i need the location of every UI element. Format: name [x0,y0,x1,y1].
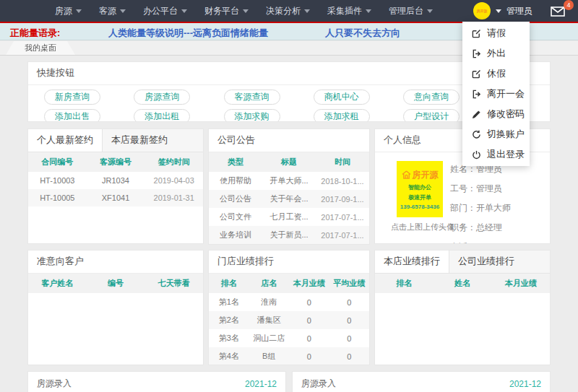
table-header-row: 合同编号 客源编号 签约时间 [28,152,203,172]
nav-menu-admin[interactable]: 管理后台 [389,5,433,17]
quote-label: 正能量语录: [10,27,60,40]
chevron-down-icon [304,9,310,13]
quick-button-add-buy-request[interactable]: 添加求购 [224,109,280,122]
top-navbar: 房源 客源 办公平台 财务平台 决策分析 采集插件 管理后台 房开源 管理员 4 [0,0,578,22]
edit-square-icon [472,69,481,79]
nav-menu-label: 采集插件 [327,5,362,17]
table-row: 第1名 淮南 0 0 [209,293,369,311]
shop-ranking-table: 排名 姓名 本月业绩 [375,274,550,293]
slogan-text-2: 极速开单 [408,193,431,201]
nav-menu-office[interactable]: 办公平台 [143,5,187,17]
chart-period-link[interactable]: 2021-12 [509,379,541,389]
slogan-text: 智能办公 [408,183,431,191]
signing-table: 合同编号 客源编号 签约时间 HT-10003 JR1034 2019-04-0… [28,152,203,206]
chart-title: 房源录入 [37,378,72,390]
nav-menu-analysis[interactable]: 决策分析 [266,5,310,17]
table-row: 第4名 B组 0 0 [209,347,369,365]
sign-out-icon [472,49,481,58]
sign-out-icon [472,90,481,99]
envelope-icon [551,6,565,17]
col-header: 本月业绩 [289,274,329,293]
nav-menu-label: 房源 [55,5,72,17]
signing-panel-tabs: 个人最新签约 本店最新签约 [28,129,203,152]
chevron-down-icon [181,9,187,13]
ranking-panel-tabs: 本店业绩排行 公司业绩排行 [375,251,550,274]
field-employee-id: 工号：管理员 [450,179,511,199]
col-header: 排名 [375,274,434,293]
chart-period-link[interactable]: 2021-12 [245,379,277,389]
nav-menu-clients[interactable]: 客源 [99,5,126,17]
mail-icon[interactable]: 4 [551,1,569,20]
announcement-table: 类型 标题 时间 使用帮助 开单大师... 2018-10-1... 公司公告 … [209,152,369,245]
panel-title: 准意向客户 [28,251,203,274]
avatar-brand-text: 房开源 [477,9,488,13]
navbar-right: 房开源 管理员 4 [473,0,569,22]
dropdown-item-vacation[interactable]: 休假 [462,64,530,84]
chevron-down-icon [366,9,371,13]
quote-text-2: 人只要不失去方向 [325,27,400,40]
table-row: 使用帮助 开单大师... 2018-10-1... [209,172,369,190]
nav-menu-housing[interactable]: 房源 [55,5,82,17]
tab-shop-ranking[interactable]: 本店业绩排行 [375,251,449,273]
tab-my-desktop[interactable]: 我的桌面 [6,41,75,55]
dropdown-item-logout[interactable]: 退出登录 [462,144,530,165]
col-header: 时间 [316,152,369,172]
chevron-down-icon [120,9,126,13]
profile-body: 房开源 智能办公 极速开单 139-6578-3436 点击上图上传头像 姓名：… [375,152,550,244]
quote-text-1: 人类能量等级说明---远离负面情绪能量 [108,27,268,40]
house-entry-chart-panel-right: 房源录入 2021-12 [292,371,551,392]
main-menu: 房源 客源 办公平台 财务平台 决策分析 采集插件 管理后台 [0,5,433,17]
nav-menu-plugins[interactable]: 采集插件 [327,5,371,17]
company-announcement-panel: 公司公告 类型 标题 时间 使用帮助 开单大师... 2018-10-1... … [208,129,370,245]
dropdown-item-go-out[interactable]: 外出 [462,43,530,64]
quick-button-client-query[interactable]: 客源查询 [224,90,280,105]
nav-menu-finance[interactable]: 财务平台 [204,5,249,17]
table-row: HT-10005 XF1041 2019-01-31 [28,189,203,206]
table-header-row: 排名 姓名 本月业绩 [375,274,550,293]
chevron-down-icon [496,9,501,13]
quick-button-add-sale[interactable]: 添加出售 [44,109,100,122]
col-header: 姓名 [434,274,492,293]
quick-button-add-rent[interactable]: 添加出租 [134,109,190,122]
pencil-icon [472,110,481,119]
dropdown-item-away-for-a-while[interactable]: 离开一会 [462,84,530,104]
upload-hint: 点击上图上传头像 [391,222,454,232]
tab-store-latest-signing[interactable]: 本店最新签约 [103,129,176,152]
house-entry-chart-panel-left: 房源录入 2021-12 [27,371,286,392]
prospective-clients-panel: 准意向客户 客户姓名 编号 七天带看 [27,250,204,365]
power-icon [472,150,481,160]
house-icon [402,170,411,179]
username[interactable]: 管理员 [506,5,532,17]
quick-button-intent-query[interactable]: 意向查询 [403,90,460,105]
avatar-upload-card[interactable]: 房开源 智能办公 极速开单 139-6578-3436 [397,161,443,217]
store-ranking-table: 排名 店名 本月业绩 平均业绩 第1名 淮南 0 0 第2名 潘集区 0 0 [209,274,369,365]
dropdown-item-change-password[interactable]: 修改密码 [462,104,530,124]
quick-button-business-center[interactable]: 商机中心 [314,90,370,105]
refresh-icon [472,130,481,139]
nav-menu-label: 客源 [99,5,116,17]
panel-title: 公司公告 [209,129,369,152]
notification-badge: 4 [564,0,574,10]
dropdown-item-switch-account[interactable]: 切换账户 [462,124,530,144]
panel-title: 门店业绩排行 [209,251,369,274]
latest-signing-panel: 个人最新签约 本店最新签约 合同编号 客源编号 签约时间 HT-10003 JR… [27,129,204,244]
avatar[interactable]: 房开源 [473,2,491,19]
shop-ranking-panel: 本店业绩排行 公司业绩排行 排名 姓名 本月业绩 [374,250,551,365]
brand-text: 房开源 [413,169,439,181]
chart-title: 房源录入 [301,378,336,390]
edit-square-icon [472,29,481,38]
user-dropdown-menu: 请假 外出 休假 离开一会 修改密码 切换账户 退出登录 [462,22,530,166]
dropdown-item-leave-request[interactable]: 请假 [462,23,530,43]
col-header: 客源编号 [87,152,145,172]
quick-button-house-query[interactable]: 房源查询 [134,90,190,105]
tab-personal-latest-signing[interactable]: 个人最新签约 [28,129,103,152]
store-ranking-panel: 门店业绩排行 排名 店名 本月业绩 平均业绩 第1名 淮南 0 0 第2名 潘集… [208,250,370,365]
dashboard-page: 房源 客源 办公平台 财务平台 决策分析 采集插件 管理后台 房开源 管理员 4… [0,0,578,392]
nav-menu-label: 决策分析 [266,5,301,17]
quick-button-floorplan-design[interactable]: 户型设计 [403,109,460,122]
table-row: 使用帮助 如何使用... 2017-07-1... [209,244,369,245]
quick-button-add-rent-request[interactable]: 添加求租 [314,109,370,122]
tab-company-ranking[interactable]: 公司业绩排行 [449,251,523,273]
quick-button-new-house-query[interactable]: 新房查询 [44,90,100,105]
field-department: 部门：开单大师 [450,199,511,218]
